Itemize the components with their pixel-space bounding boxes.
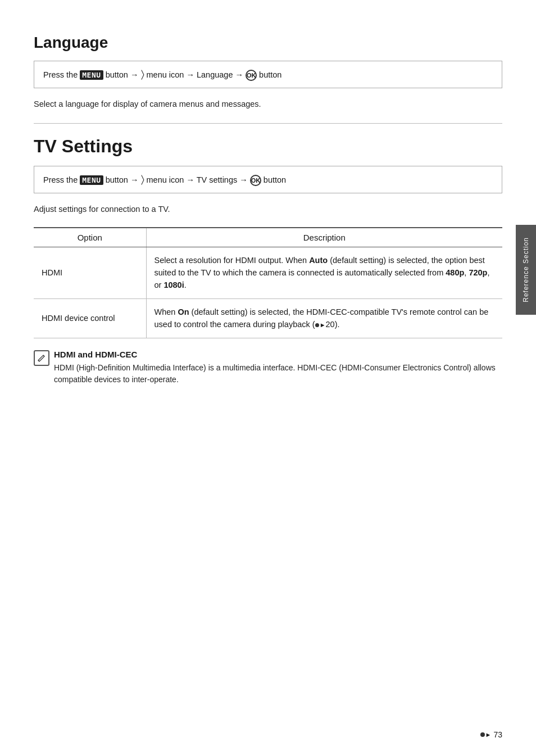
note-icon: [34, 350, 49, 366]
hdmi-option-description: Select a resolution for HDMI output. Whe…: [146, 247, 502, 298]
section-divider: [34, 123, 502, 124]
tv-settings-section-title: TV Settings: [34, 136, 502, 157]
note-title: HDMI and HDMI-CEC: [54, 350, 502, 359]
language-nav-suffix: button: [259, 70, 281, 79]
bullet-arrow: ►: [485, 731, 492, 738]
table-col-option: Option: [34, 228, 146, 247]
tv-settings-description: Adjust settings for connection to a TV.: [34, 203, 502, 216]
sidebar-label: Reference Section: [522, 237, 530, 302]
note-content: HDMI and HDMI-CEC HDMI (High-Definition …: [54, 350, 502, 386]
hdmi-device-control-option-label: HDMI device control: [34, 298, 146, 338]
page-number-text: 73: [493, 730, 502, 739]
language-nav-box: Press the MENU button → 〉 menu icon → La…: [34, 61, 502, 88]
table-row: HDMI device control When On (default set…: [34, 298, 502, 338]
note-body: HDMI (High-Definition Multimedia Interfa…: [54, 362, 502, 386]
tv-menu-keyword: MENU: [80, 175, 103, 185]
page-number: ► 73: [480, 730, 502, 739]
language-nav-prefix: Press the: [43, 70, 78, 79]
tv-ok-icon: OK: [250, 175, 261, 186]
tv-settings-table: Option Description HDMI Select a resolut…: [34, 227, 502, 338]
table-row: HDMI Select a resolution for HDMI output…: [34, 247, 502, 298]
language-description: Select a language for display of camera …: [34, 98, 502, 111]
language-section-title: Language: [34, 34, 502, 52]
bullet-dot: [480, 732, 485, 737]
table-col-description: Description: [146, 228, 502, 247]
tv-settings-nav-box: Press the MENU button → 〉 menu icon → TV…: [34, 166, 502, 193]
language-menu-keyword: MENU: [80, 70, 103, 80]
tv-nav-prefix: Press the: [43, 175, 78, 184]
pencil-icon: [37, 354, 46, 363]
hdmi-option-label: HDMI: [34, 247, 146, 298]
tv-nav-middle: button → 〉 menu icon → TV settings →: [106, 175, 248, 184]
tv-nav-suffix: button: [264, 175, 286, 184]
note-section: HDMI and HDMI-CEC HDMI (High-Definition …: [34, 350, 502, 386]
language-nav-middle: button → 〉 menu icon → Language →: [106, 70, 243, 79]
language-ok-icon: OK: [246, 70, 257, 81]
page-bullet: ►: [480, 731, 492, 738]
reference-section-tab: Reference Section: [516, 225, 536, 315]
hdmi-device-control-option-description: When On (default setting) is selected, t…: [146, 298, 502, 338]
